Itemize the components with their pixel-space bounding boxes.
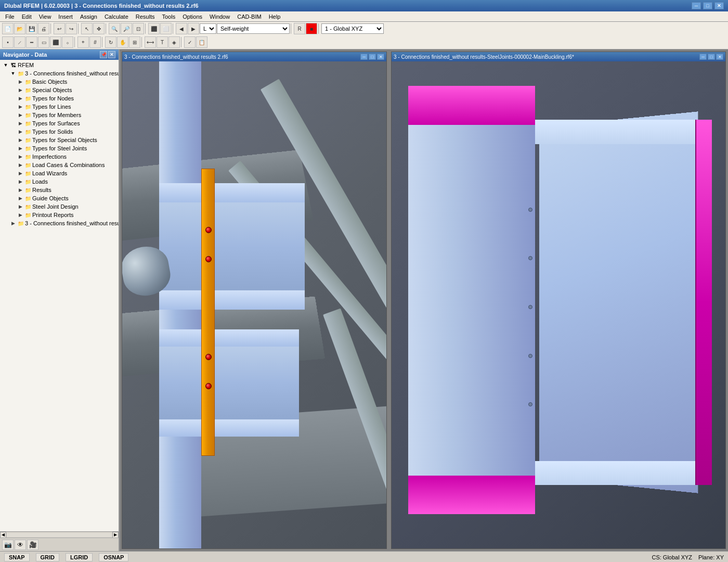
arrow-11[interactable]: ▶: [17, 170, 24, 177]
arrow-2[interactable]: ▶: [17, 95, 24, 102]
redo-btn[interactable]: ↪: [66, 23, 77, 34]
snap-toggle[interactable]: SNAP: [4, 553, 30, 561]
rotate-btn[interactable]: ↻: [105, 36, 116, 48]
viewport-3d-left[interactable]: [122, 61, 386, 548]
label-btn[interactable]: T: [157, 36, 168, 48]
save-btn[interactable]: 💾: [26, 23, 37, 34]
tree-item-14[interactable]: ▶ 📁 Guide Objects: [0, 194, 119, 202]
swr-minimize[interactable]: ─: [699, 54, 707, 60]
tree-item-8[interactable]: ▶ 📁 Types for Steel Joints: [0, 144, 119, 152]
tree-item-13[interactable]: ▶ 📁 Results: [0, 186, 119, 194]
swl-minimize[interactable]: ─: [360, 54, 368, 60]
swl-close[interactable]: ✕: [377, 54, 384, 60]
arrow-9[interactable]: ▶: [17, 153, 24, 160]
select-btn[interactable]: ↖: [81, 23, 93, 34]
tree-item-15[interactable]: ▶ 📁 Steel Joint Design: [0, 202, 119, 211]
menu-edit[interactable]: Edit: [19, 12, 35, 21]
menu-assign[interactable]: Assign: [77, 12, 100, 21]
report-btn[interactable]: 📋: [196, 36, 207, 48]
scroll-left-btn[interactable]: ◀: [0, 532, 6, 538]
pan-btn[interactable]: ✋: [117, 36, 128, 48]
tree-item-1[interactable]: ▶ 📁 Special Objects: [0, 86, 119, 94]
minimize-button[interactable]: ─: [692, 2, 701, 9]
subwindow-left-content[interactable]: [122, 61, 386, 548]
video-icon-btn[interactable]: 🎥: [27, 540, 38, 550]
arrow-6[interactable]: ▶: [17, 128, 24, 135]
swr-maximize[interactable]: □: [708, 54, 715, 60]
lc-select[interactable]: LC1: [200, 23, 216, 34]
tree-item-7[interactable]: ▶ 📁 Types for Special Objects: [0, 136, 119, 144]
tree-item-project1[interactable]: ▼ 📁 3 - Connections finished_without res…: [0, 69, 119, 78]
open-btn[interactable]: 📂: [14, 23, 25, 34]
tree-item-0[interactable]: ▶ 📁 Basic Objects: [0, 78, 119, 86]
osnap-toggle[interactable]: OSNAP: [99, 553, 128, 561]
coord-select[interactable]: 1 - Global XYZ: [321, 23, 384, 34]
arrow-8[interactable]: ▶: [17, 145, 24, 152]
menu-view[interactable]: View: [36, 12, 55, 21]
arrow-4[interactable]: ▶: [17, 111, 24, 119]
grid-btn[interactable]: #: [89, 36, 101, 48]
opening-btn[interactable]: ⬦: [62, 36, 73, 48]
tree-item-project2[interactable]: ▶ 📁 3 - Connections finished_without res…: [0, 219, 119, 227]
tree-item-16[interactable]: ▶ 📁 Printout Reports: [0, 211, 119, 219]
new-btn[interactable]: 📄: [2, 23, 14, 34]
zoom-fit-btn[interactable]: ⊡: [133, 23, 144, 34]
tree-item-4[interactable]: ▶ 📁 Types for Members: [0, 111, 119, 119]
menu-tools[interactable]: Tools: [159, 12, 178, 21]
line-btn[interactable]: ⟋: [14, 36, 25, 48]
menu-cad-bim[interactable]: CAD-BIM: [234, 12, 264, 21]
close-button[interactable]: ✕: [714, 2, 724, 9]
view-wire-btn[interactable]: ⬜: [160, 23, 172, 34]
arrow-5[interactable]: ▶: [17, 120, 24, 127]
arrow-7[interactable]: ▶: [17, 136, 24, 144]
tree-item-3[interactable]: ▶ 📁 Types for Lines: [0, 103, 119, 111]
color-btn[interactable]: ■: [306, 23, 317, 34]
results-btn[interactable]: R: [294, 23, 305, 34]
load-case-select[interactable]: Self-weight: [217, 23, 290, 34]
menu-file[interactable]: File: [2, 12, 18, 21]
rfem-arrow[interactable]: ▼: [2, 61, 9, 69]
print-btn[interactable]: 🖨: [38, 23, 49, 34]
menu-help[interactable]: Help: [266, 12, 284, 21]
arrow-12[interactable]: ▶: [17, 178, 24, 185]
move-btn[interactable]: ✥: [93, 23, 105, 34]
tree-item-2[interactable]: ▶ 📁 Types for Nodes: [0, 94, 119, 103]
viewport-3d-right[interactable]: [392, 61, 725, 548]
arrow-10[interactable]: ▶: [17, 161, 24, 169]
arrow-1[interactable]: ▶: [17, 86, 24, 94]
nav-pin-btn[interactable]: 📌: [100, 51, 107, 58]
grid-toggle[interactable]: GRID: [36, 553, 60, 561]
check-btn[interactable]: ✓: [184, 36, 196, 48]
surface-btn[interactable]: ▭: [38, 36, 49, 48]
member-btn[interactable]: ━: [26, 36, 37, 48]
snap-btn[interactable]: ⌖: [77, 36, 89, 48]
arrow-0[interactable]: ▶: [17, 78, 24, 85]
eye-icon-btn[interactable]: 👁: [15, 540, 26, 550]
tree-item-11[interactable]: ▶ 📁 Load Wizards: [0, 169, 119, 177]
lc-back-btn[interactable]: ◀: [176, 23, 187, 34]
menu-insert[interactable]: Insert: [55, 12, 76, 21]
view-3d-btn[interactable]: ⬛: [148, 23, 160, 34]
tree-item-5[interactable]: ▶ 📁 Types for Surfaces: [0, 119, 119, 127]
lc-fwd-btn[interactable]: ▶: [188, 23, 199, 34]
scroll-track[interactable]: [7, 533, 112, 537]
arrow-13[interactable]: ▶: [17, 186, 24, 194]
arrow-16[interactable]: ▶: [17, 211, 24, 219]
arrow-15[interactable]: ▶: [17, 203, 24, 210]
undo-btn[interactable]: ↩: [54, 23, 65, 34]
dim-btn[interactable]: ⟷: [145, 36, 156, 48]
menu-results[interactable]: Results: [133, 12, 158, 21]
tree-item-9[interactable]: ▶ 📁 Imperfections: [0, 152, 119, 161]
zoom-out-btn[interactable]: 🔎: [121, 23, 132, 34]
lgrid-toggle[interactable]: LGRID: [66, 553, 93, 561]
render-btn[interactable]: ◈: [168, 36, 180, 48]
menu-window[interactable]: Window: [206, 12, 233, 21]
tree-item-10[interactable]: ▶ 📁 Load Cases & Combinations: [0, 161, 119, 169]
arrow-3[interactable]: ▶: [17, 103, 24, 110]
solid-btn[interactable]: ⬛: [50, 36, 61, 48]
nav-close-btn[interactable]: ✕: [108, 51, 115, 58]
project2-arrow[interactable]: ▶: [9, 220, 17, 227]
menu-calculate[interactable]: Calculate: [101, 12, 132, 21]
menu-options[interactable]: Options: [179, 12, 205, 21]
tree-item-12[interactable]: ▶ 📁 Loads: [0, 177, 119, 186]
